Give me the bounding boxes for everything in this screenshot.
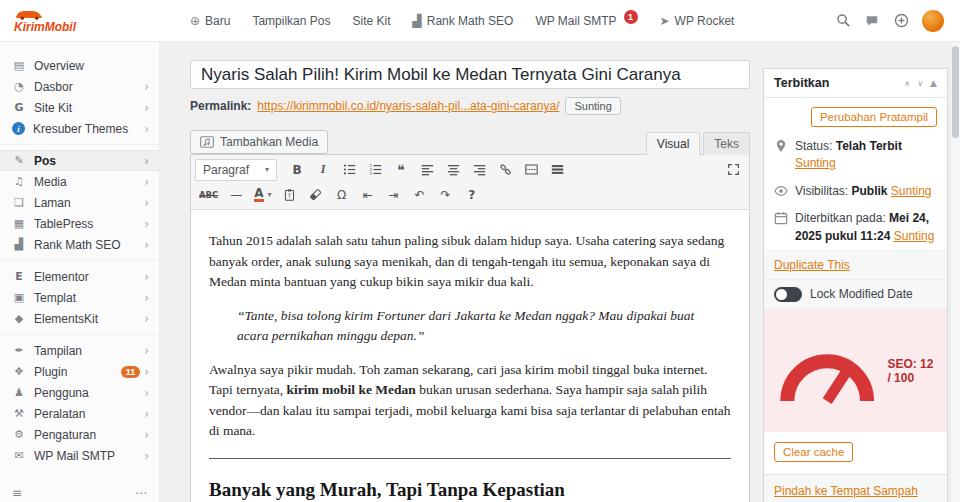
- format-select-value: Paragraf: [203, 163, 249, 177]
- read-more-button[interactable]: [519, 159, 543, 181]
- elementskit-icon: ◆: [12, 312, 26, 325]
- search-icon[interactable]: [835, 13, 851, 29]
- tab-text[interactable]: Teks: [703, 132, 750, 155]
- pages-icon: ❏: [12, 196, 26, 209]
- toolbar-row-1: Paragraf ▾ B I 123 ❝: [195, 157, 745, 182]
- edit-permalink-button[interactable]: Sunting: [565, 97, 620, 115]
- link-button[interactable]: [493, 159, 517, 181]
- bullet-list-button[interactable]: [337, 159, 361, 181]
- outdent-button[interactable]: ⇤: [356, 184, 380, 206]
- tab-visual[interactable]: Visual: [646, 132, 700, 155]
- site-logo[interactable]: KirimMobil: [0, 9, 160, 33]
- sidebar-group: ✒Tampilan›❖Plugin11›♟Pengguna›⚒Peralatan…: [0, 334, 159, 471]
- elementor-icon: E: [12, 270, 26, 283]
- sidebar-item-peralatan[interactable]: ⚒Peralatan›: [0, 403, 159, 424]
- text-color-icon: A: [254, 188, 263, 202]
- paragraph: Awalnya saya pikir mudah. Toh zaman seka…: [209, 360, 731, 442]
- sidebar-item-pengaturan[interactable]: ⚙Pengaturan›: [0, 424, 159, 445]
- sidebar-item-plugin[interactable]: ❖Plugin11›: [0, 361, 159, 382]
- sidebar-item-pos[interactable]: ✎Pos›: [0, 150, 159, 171]
- panel-toggle-icon[interactable]: ▲: [930, 78, 937, 88]
- horizontal-rule-button[interactable]: —: [224, 184, 248, 206]
- italic-button[interactable]: I: [311, 159, 335, 181]
- seo-score-row[interactable]: SEO: 12 / 100: [764, 310, 947, 432]
- post-title-input[interactable]: [190, 60, 750, 89]
- mail-icon: ✉: [12, 449, 26, 462]
- wordpress-admin: KirimMobil ⊕BaruTampilkan PosSite Kit▟Ra…: [0, 0, 960, 502]
- sidebar-item-laman[interactable]: ❏Laman›: [0, 192, 159, 213]
- numbered-list-button[interactable]: 123: [363, 159, 387, 181]
- undo-button[interactable]: ↶: [408, 184, 432, 206]
- topbar-item-label: WP Mail SMTP: [535, 14, 616, 28]
- chevron-right-icon: ›: [144, 449, 149, 463]
- move-down-icon[interactable]: ∨: [917, 79, 923, 88]
- lock-modified-toggle[interactable]: [774, 287, 802, 302]
- blockquote-button[interactable]: ❝: [389, 159, 413, 181]
- sidebar-item-tampilan[interactable]: ✒Tampilan›: [0, 340, 159, 361]
- topbar-item-site-kit[interactable]: Site Kit: [352, 14, 390, 28]
- topbar-item-wp-rocket[interactable]: ➤WP Rocket: [660, 14, 735, 28]
- text-color-button[interactable]: A ▾: [250, 184, 275, 206]
- sidebar-item-elementor[interactable]: EElementor›: [0, 266, 159, 287]
- chart-icon: ▟: [12, 238, 26, 251]
- bold-button[interactable]: B: [285, 159, 309, 181]
- add-media-label: Tambahkan Media: [220, 135, 318, 149]
- visibility-label: Visibilitas:: [795, 184, 848, 198]
- format-select[interactable]: Paragraf ▾: [195, 159, 277, 181]
- move-up-icon[interactable]: ∧: [904, 79, 910, 88]
- publish-panel-header[interactable]: Terbitkan ∧ ∨ ▲: [764, 69, 947, 98]
- table-icon: ▦: [12, 217, 26, 230]
- clear-cache-button[interactable]: Clear cache: [774, 442, 853, 462]
- chevron-right-icon: ›: [144, 238, 149, 252]
- sidebar-item-rank-math-seo[interactable]: ▟Rank Math SEO›: [0, 234, 159, 255]
- indent-button[interactable]: ⇥: [382, 184, 406, 206]
- sidebar-item-site-kit[interactable]: GSite Kit›: [0, 97, 159, 118]
- sidebar-item-elementskit[interactable]: ◆ElementsKit›: [0, 308, 159, 329]
- topbar-item-baru[interactable]: ⊕Baru: [190, 14, 230, 28]
- redo-button[interactable]: ↷: [434, 184, 458, 206]
- comment-icon[interactable]: [864, 13, 880, 29]
- more-icon[interactable]: ⋯: [135, 486, 147, 500]
- strikethrough-button[interactable]: ABC: [195, 184, 222, 206]
- published-label: Diterbitkan pada:: [795, 211, 886, 225]
- preview-changes-button[interactable]: Perubahan Pratampil: [811, 107, 937, 127]
- new-content-icon[interactable]: [893, 13, 909, 29]
- sidebar-item-overview[interactable]: ▤Overview: [0, 55, 159, 76]
- align-center-button[interactable]: [441, 159, 465, 181]
- seo-score-value: SEO: 12 / 100: [887, 357, 937, 385]
- edit-published-link[interactable]: Sunting: [894, 229, 935, 243]
- user-avatar[interactable]: [922, 10, 944, 32]
- add-media-button[interactable]: Tambahkan Media: [190, 130, 328, 154]
- sidebar-item-dasbor[interactable]: ◔Dasbor›: [0, 76, 159, 97]
- duplicate-this-link[interactable]: Duplicate This: [774, 258, 850, 272]
- paste-as-text-button[interactable]: T: [278, 184, 302, 206]
- special-character-button[interactable]: Ω: [330, 184, 354, 206]
- divider: [209, 458, 731, 459]
- sidebar-item-pengguna[interactable]: ♟Pengguna›: [0, 382, 159, 403]
- topbar-item-rank-math-seo[interactable]: ▟Rank Math SEO: [412, 14, 513, 28]
- sidebar-item-templat[interactable]: ▣Templat›: [0, 287, 159, 308]
- align-right-button[interactable]: [467, 159, 491, 181]
- clear-formatting-button[interactable]: [304, 184, 328, 206]
- sidebar-item-wp-mail-smtp[interactable]: ✉WP Mail SMTP›: [0, 445, 159, 466]
- collapse-menu-icon[interactable]: ≡: [12, 486, 22, 500]
- scrollbar-thumb[interactable]: [952, 46, 959, 138]
- edit-visibility-link[interactable]: Sunting: [891, 184, 932, 198]
- permalink-link[interactable]: https://kirimmobil.co.id/nyaris-salah-pi…: [257, 99, 559, 113]
- topbar-item-tampilkan-pos[interactable]: Tampilkan Pos: [252, 14, 330, 28]
- topbar-item-wp-mail-smtp[interactable]: WP Mail SMTP1: [535, 14, 637, 28]
- move-to-trash-link[interactable]: Pindah ke Tempat Sampah: [774, 484, 918, 498]
- sidebar-item-label: WP Mail SMTP: [34, 449, 140, 463]
- admin-sidebar: ▤Overview◔Dasbor›GSite Kit›iKresuber The…: [0, 42, 160, 502]
- help-button[interactable]: ?: [460, 184, 484, 206]
- sidebar-item-tablepress[interactable]: ▦TablePress›: [0, 213, 159, 234]
- panel-title: Terbitkan: [774, 76, 829, 90]
- align-left-button[interactable]: [415, 159, 439, 181]
- toolbar-toggle-button[interactable]: [545, 159, 569, 181]
- sidebar-group: ✎Pos›♫Media›❏Laman›▦TablePress›▟Rank Mat…: [0, 144, 159, 260]
- sidebar-item-media[interactable]: ♫Media›: [0, 171, 159, 192]
- edit-status-link[interactable]: Sunting: [795, 156, 836, 170]
- fullscreen-button[interactable]: [721, 159, 745, 181]
- post-content-editor[interactable]: Tahun 2015 adalah salah satu tahun palin…: [191, 210, 749, 502]
- sidebar-item-kresuber-themes[interactable]: iKresuber Themes›: [0, 118, 159, 139]
